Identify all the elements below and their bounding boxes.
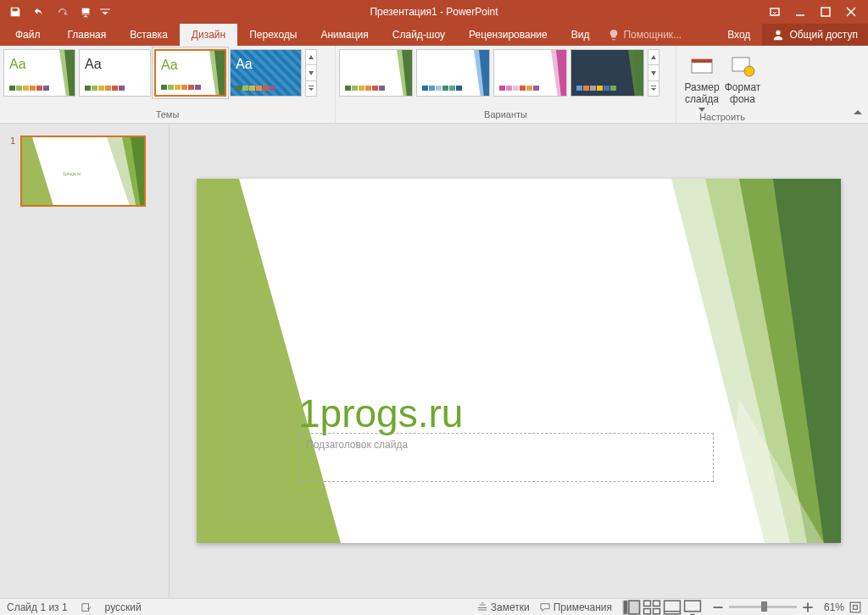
themes-label: Темы <box>3 108 331 123</box>
theme-thumb-1[interactable]: Aa <box>3 49 75 97</box>
zoom-percent[interactable]: 61% <box>819 601 844 613</box>
facet-icon <box>388 50 412 97</box>
svg-rect-42 <box>81 603 88 611</box>
svg-rect-24 <box>651 86 656 86</box>
svg-rect-2 <box>821 8 830 16</box>
svg-point-5 <box>776 30 781 35</box>
window-controls <box>763 2 868 22</box>
slide-number: 1 <box>10 136 15 207</box>
window-title: Презентация1 - PowerPoint <box>370 6 498 18</box>
svg-rect-43 <box>478 607 487 608</box>
variants-expand[interactable] <box>648 81 659 96</box>
themes-group: Aa Aa Aa Aa Темы <box>0 46 336 123</box>
spellcheck-icon <box>81 602 92 612</box>
svg-rect-50 <box>654 601 660 606</box>
variants-scroll-up[interactable] <box>648 50 659 65</box>
svg-rect-12 <box>309 86 314 86</box>
comment-icon <box>540 602 550 612</box>
svg-rect-61 <box>854 605 858 609</box>
slide-title[interactable]: 1progs.ru <box>298 391 463 436</box>
notes-button[interactable]: Заметки <box>477 601 530 613</box>
tab-review[interactable]: Рецензирование <box>457 24 559 46</box>
maximize-button[interactable] <box>814 2 837 22</box>
variants-scroll-down[interactable] <box>648 65 659 80</box>
tell-me-input[interactable]: Помощник... <box>608 24 682 46</box>
start-from-beginning-button[interactable] <box>76 2 97 22</box>
slide-count-status[interactable]: Слайд 1 из 1 <box>7 601 68 613</box>
tab-home[interactable]: Главная <box>56 24 119 46</box>
variant-thumb-2[interactable] <box>416 49 490 97</box>
tab-animation[interactable]: Анимация <box>309 24 380 46</box>
customize-group: Размер слайда Формат фона Настроить <box>676 46 768 123</box>
svg-marker-25 <box>651 88 656 91</box>
zoom-out-button[interactable] <box>712 601 724 613</box>
tab-file[interactable]: Файл <box>0 24 56 46</box>
redo-button[interactable] <box>53 2 73 22</box>
spellcheck-button[interactable] <box>81 602 92 612</box>
ribbon-content: Aa Aa Aa Aa Темы <box>0 46 868 124</box>
themes-scroll-down[interactable] <box>306 65 316 80</box>
tab-transitions[interactable]: Переходы <box>237 24 309 46</box>
minimize-button[interactable] <box>788 2 812 22</box>
svg-rect-55 <box>685 601 701 612</box>
svg-rect-45 <box>479 604 485 605</box>
slide-thumb-item[interactable]: 1 1progs.ru <box>10 136 159 207</box>
svg-marker-22 <box>651 55 656 59</box>
theme-thumb-3[interactable]: Aa <box>230 49 302 97</box>
slideshow-view-button[interactable] <box>683 600 702 615</box>
format-bg-icon <box>729 53 756 80</box>
variant-thumb-4[interactable] <box>570 49 644 97</box>
svg-rect-47 <box>624 601 628 614</box>
tab-view[interactable]: Вид <box>559 24 602 46</box>
svg-marker-10 <box>309 55 314 59</box>
language-status[interactable]: русский <box>105 601 142 613</box>
share-button[interactable]: Общий доступ <box>762 24 868 46</box>
slide-editor[interactable]: 1progs.ru Подзаголовок слайда <box>170 124 868 598</box>
tab-insert[interactable]: Вставка <box>118 24 180 46</box>
theme-thumb-selected[interactable]: Aa <box>154 49 226 97</box>
reading-view-button[interactable] <box>663 600 682 615</box>
slide-thumbnail-panel[interactable]: 1 1progs.ru <box>0 124 170 598</box>
slide-size-button[interactable]: Размер слайда <box>683 49 721 110</box>
svg-rect-0 <box>771 8 779 15</box>
sorter-view-button[interactable] <box>643 600 661 615</box>
zoom-in-button[interactable] <box>802 601 814 613</box>
facet-icon <box>542 50 566 97</box>
notes-icon <box>477 602 487 612</box>
collapse-ribbon-button[interactable] <box>851 106 865 119</box>
svg-rect-27 <box>692 59 712 63</box>
themes-expand[interactable] <box>306 81 316 96</box>
variant-thumb-3[interactable] <box>493 49 567 97</box>
undo-button[interactable] <box>29 2 49 22</box>
facet-icon <box>620 50 643 97</box>
save-button[interactable] <box>5 2 25 22</box>
svg-marker-36 <box>197 179 341 543</box>
comments-button[interactable]: Примечания <box>540 601 612 613</box>
tab-slideshow[interactable]: Слайд-шоу <box>381 24 457 46</box>
variant-thumb-1[interactable] <box>339 49 413 97</box>
zoom-slider[interactable] <box>729 606 797 608</box>
zoom-slider-thumb[interactable] <box>761 601 767 612</box>
status-bar: Слайд 1 из 1 русский Заметки Примечания … <box>0 598 868 615</box>
sign-in-button[interactable]: Вход <box>715 24 762 46</box>
svg-rect-44 <box>478 609 487 610</box>
tab-design[interactable]: Дизайн <box>180 24 237 46</box>
slide-canvas[interactable]: 1progs.ru Подзаголовок слайда <box>197 179 841 543</box>
theme-thumb-2[interactable]: Aa <box>79 49 151 97</box>
slide-thumbnail[interactable]: 1progs.ru <box>20 136 146 207</box>
lightbulb-icon <box>608 29 620 41</box>
quick-access-toolbar <box>0 2 115 22</box>
slide-subtitle-placeholder[interactable]: Подзаголовок слайда <box>298 433 714 482</box>
format-background-button[interactable]: Формат фона <box>724 49 761 110</box>
ribbon-display-button[interactable] <box>763 2 787 22</box>
svg-rect-60 <box>850 602 860 612</box>
normal-view-button[interactable] <box>622 600 641 615</box>
themes-gallery-nav <box>305 49 317 97</box>
facet-graphic-thumb <box>22 137 146 207</box>
customize-qat-button[interactable] <box>100 2 110 22</box>
person-icon <box>772 29 784 41</box>
svg-marker-13 <box>309 88 314 91</box>
themes-scroll-up[interactable] <box>306 50 316 65</box>
close-button[interactable] <box>839 2 863 22</box>
fit-to-window-button[interactable] <box>849 601 861 613</box>
